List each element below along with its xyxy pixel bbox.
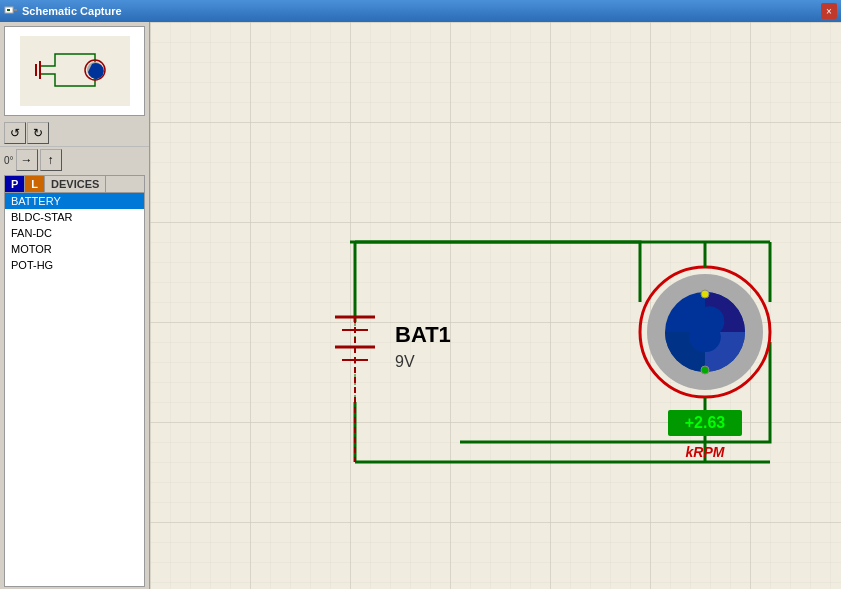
close-button[interactable]: × xyxy=(821,3,837,19)
devices-label: DEVICES xyxy=(45,176,106,192)
device-panel: P L DEVICES BATTERY BLDC-STAR FAN-DC MOT… xyxy=(4,175,145,587)
redo-button[interactable]: ↻ xyxy=(27,122,49,144)
zoom-label: 0° xyxy=(4,155,14,166)
svg-point-30 xyxy=(701,366,709,374)
svg-rect-1 xyxy=(7,9,10,11)
app-icon xyxy=(4,4,18,18)
thumbnail-panel xyxy=(4,26,145,116)
arrow-up-button[interactable]: ↑ xyxy=(40,149,62,171)
main-content: ↺ ↻ 0° → ↑ P L DEVICES BATTERY BLDC-STAR… xyxy=(0,22,841,589)
tab-l[interactable]: L xyxy=(25,176,45,192)
schematic-area[interactable]: BAT1 9V xyxy=(150,22,841,589)
svg-text:9V: 9V xyxy=(395,353,415,370)
sidebar: ↺ ↻ 0° → ↑ P L DEVICES BATTERY BLDC-STAR… xyxy=(0,22,150,589)
schematic-svg: BAT1 9V xyxy=(150,22,841,589)
tab-p[interactable]: P xyxy=(5,176,25,192)
undo-button[interactable]: ↺ xyxy=(4,122,26,144)
device-list: BATTERY BLDC-STAR FAN-DC MOTOR POT-HG xyxy=(5,193,144,586)
svg-rect-5 xyxy=(39,61,41,79)
device-panel-header: P L DEVICES xyxy=(5,176,144,193)
toolbar-row: 0° → ↑ xyxy=(0,147,149,173)
device-item-bldc-star[interactable]: BLDC-STAR xyxy=(5,209,144,225)
svg-text:+2.63: +2.63 xyxy=(685,414,726,431)
svg-point-29 xyxy=(701,290,709,298)
device-item-battery[interactable]: BATTERY xyxy=(5,193,144,209)
svg-rect-2 xyxy=(13,9,17,11)
device-item-fan-dc[interactable]: FAN-DC xyxy=(5,225,144,241)
device-item-pot-hg[interactable]: POT-HG xyxy=(5,257,144,273)
thumbnail-canvas xyxy=(20,36,130,106)
title-bar: Schematic Capture × xyxy=(0,0,841,22)
svg-rect-4 xyxy=(35,64,37,76)
device-item-motor[interactable]: MOTOR xyxy=(5,241,144,257)
sidebar-toolbar: ↺ ↻ xyxy=(0,120,149,147)
title-bar-text: Schematic Capture xyxy=(22,5,821,17)
window-container: Schematic Capture × xyxy=(0,0,841,589)
svg-text:BAT1: BAT1 xyxy=(395,322,451,347)
arrow-right-button[interactable]: → xyxy=(16,149,38,171)
svg-text:kRPM: kRPM xyxy=(686,444,725,460)
